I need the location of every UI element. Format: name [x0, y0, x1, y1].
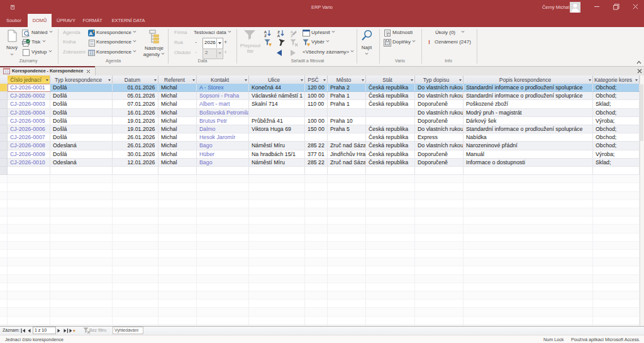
- svg-text:A: A: [89, 31, 93, 37]
- svg-text:Z: Z: [264, 34, 267, 37]
- svg-text:A: A: [277, 34, 280, 37]
